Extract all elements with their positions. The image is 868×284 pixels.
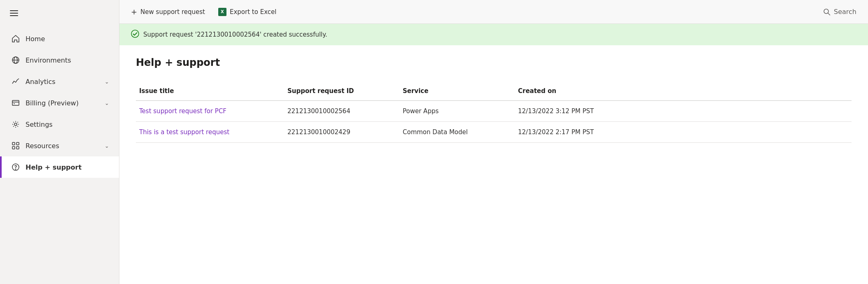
sidebar-item-analytics-label: Analytics <box>26 78 99 86</box>
support-requests-table: Issue title Support request ID Service C… <box>136 81 852 143</box>
table-header: Issue title Support request ID Service C… <box>136 81 852 101</box>
service-0: Power Apps <box>399 106 515 116</box>
sidebar-nav: Home Environments Analytics ⌄ <box>0 28 119 284</box>
page-title: Help + support <box>136 57 852 68</box>
sidebar-item-settings-label: Settings <box>26 121 109 128</box>
help-icon <box>12 163 20 171</box>
sidebar-item-help-support[interactable]: Help + support <box>0 156 119 178</box>
issue-title-link-1[interactable]: This is a test support request <box>136 127 284 137</box>
svg-rect-6 <box>12 100 19 105</box>
svg-rect-11 <box>16 142 19 145</box>
sidebar-item-home-label: Home <box>26 35 109 43</box>
col-created-on: Created on <box>515 86 852 96</box>
sidebar-item-help-support-label: Help + support <box>26 163 109 171</box>
svg-point-18 <box>131 30 139 37</box>
sidebar-item-resources[interactable]: Resources ⌄ <box>0 135 119 156</box>
service-1: Common Data Model <box>399 127 515 137</box>
analytics-icon <box>12 77 20 86</box>
globe-icon <box>12 56 20 64</box>
svg-point-9 <box>14 123 17 126</box>
main-content: + New support request X Export to Excel … <box>119 0 868 284</box>
svg-rect-0 <box>10 10 18 11</box>
sidebar-item-analytics[interactable]: Analytics ⌄ <box>0 71 119 92</box>
search-label: Search <box>834 8 856 16</box>
table-row: Test support request for PCF 22121300100… <box>136 101 852 122</box>
svg-rect-2 <box>10 15 18 16</box>
col-service: Service <box>399 86 515 96</box>
success-banner: Support request '2212130010002564' creat… <box>119 24 868 45</box>
search-icon <box>823 8 831 16</box>
svg-point-16 <box>824 9 828 14</box>
hamburger-menu-button[interactable] <box>0 0 119 28</box>
sidebar-item-home[interactable]: Home <box>0 28 119 49</box>
plus-icon: + <box>131 7 137 16</box>
export-to-excel-button[interactable]: X Export to Excel <box>218 8 276 16</box>
svg-point-15 <box>15 169 16 169</box>
billing-chevron-icon: ⌄ <box>105 100 109 106</box>
table-row: This is a test support request 221213001… <box>136 122 852 143</box>
resources-chevron-icon: ⌄ <box>105 143 109 149</box>
svg-rect-10 <box>12 142 15 145</box>
sidebar-item-billing-label: Billing (Preview) <box>26 99 99 107</box>
sidebar-item-environments-label: Environments <box>26 56 109 64</box>
sidebar-item-environments[interactable]: Environments <box>0 49 119 71</box>
svg-line-17 <box>828 13 831 15</box>
sidebar: Home Environments Analytics ⌄ <box>0 0 119 284</box>
page-content: Help + support Issue title Support reque… <box>119 45 868 284</box>
check-circle-icon <box>131 30 139 38</box>
col-support-request-id: Support request ID <box>284 86 399 96</box>
issue-title-link-0[interactable]: Test support request for PCF <box>136 106 284 116</box>
settings-icon <box>12 120 20 128</box>
sidebar-item-resources-label: Resources <box>26 142 99 150</box>
success-message: Support request '2212130010002564' creat… <box>143 31 327 38</box>
created-on-1: 12/13/2022 2:17 PM PST <box>515 127 852 137</box>
toolbar: + New support request X Export to Excel … <box>119 0 868 24</box>
created-on-0: 12/13/2022 3:12 PM PST <box>515 106 852 116</box>
new-support-request-button[interactable]: + New support request <box>131 7 205 16</box>
svg-rect-1 <box>10 13 18 14</box>
success-check-icon <box>131 30 139 40</box>
sidebar-item-billing[interactable]: Billing (Preview) ⌄ <box>0 92 119 114</box>
svg-rect-13 <box>16 147 19 149</box>
svg-rect-12 <box>12 147 15 149</box>
billing-icon <box>12 99 20 107</box>
search-area[interactable]: Search <box>823 8 856 16</box>
excel-icon: X <box>218 8 226 16</box>
home-icon <box>12 35 20 43</box>
resources-icon <box>12 142 20 150</box>
analytics-chevron-icon: ⌄ <box>105 79 109 85</box>
new-support-request-label: New support request <box>140 8 205 16</box>
sidebar-item-settings[interactable]: Settings <box>0 114 119 135</box>
export-to-excel-label: Export to Excel <box>230 8 276 16</box>
col-issue-title: Issue title <box>136 86 284 96</box>
support-request-id-0: 2212130010002564 <box>284 106 399 116</box>
support-request-id-1: 2212130010002429 <box>284 127 399 137</box>
